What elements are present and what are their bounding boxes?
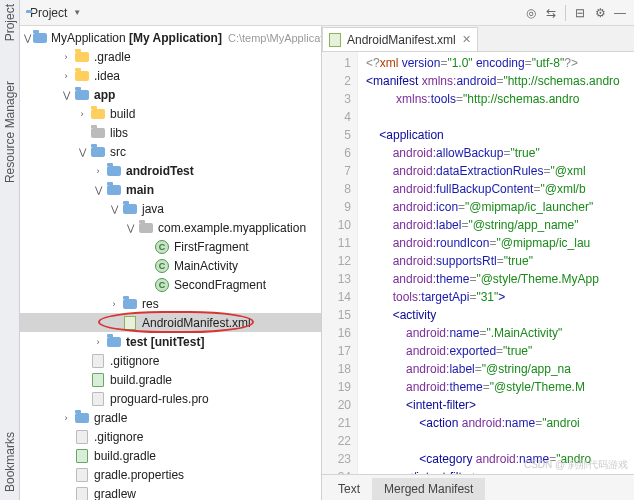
folder-icon — [74, 410, 90, 426]
project-toolbar: Project ▼ ◎ ⇆ ⊟ ⚙ — — [20, 0, 634, 26]
folder-icon — [122, 201, 138, 217]
bottom-tab-text[interactable]: Text — [326, 478, 372, 500]
chevron-icon[interactable]: ⋁ — [76, 146, 88, 158]
expand-icon[interactable]: ⇆ — [543, 5, 559, 21]
tree-node[interactable]: proguard-rules.pro — [20, 389, 321, 408]
tree-node[interactable]: ›.gradle — [20, 47, 321, 66]
tree-node[interactable]: CMainActivity — [20, 256, 321, 275]
chevron-icon[interactable]: ⋁ — [24, 32, 31, 44]
gradle-icon — [74, 448, 90, 464]
tree-node[interactable]: CFirstFragment — [20, 237, 321, 256]
editor-tabbar: AndroidManifest.xml ✕ — [322, 26, 634, 52]
tree-label: main — [126, 183, 154, 197]
code-area[interactable]: <?xml version="1.0" encoding="utf-8"?><m… — [358, 52, 634, 474]
tree-label: SecondFragment — [174, 278, 266, 292]
tree-label: app — [94, 88, 115, 102]
hide-icon[interactable]: — — [612, 5, 628, 21]
chevron-icon — [76, 127, 88, 139]
left-tool-rail: Project Resource Manager Bookmarks — [0, 0, 20, 500]
editor-body[interactable]: 1234567891011121314151617181920212223242… — [322, 52, 634, 474]
tree-node[interactable]: .gitignore — [20, 351, 321, 370]
class-icon: C — [154, 258, 170, 274]
tree-node[interactable]: ⋁main — [20, 180, 321, 199]
tree-root[interactable]: ⋁MyApplication [My Application]C:\temp\M… — [20, 28, 321, 47]
folder-icon — [138, 220, 154, 236]
tree-label: MyApplication [My Application] — [51, 31, 222, 45]
tree-node[interactable]: ›.idea — [20, 66, 321, 85]
chevron-icon — [60, 469, 72, 481]
tree-node[interactable]: .gitignore — [20, 427, 321, 446]
editor-bottom-tabs: Text Merged Manifest — [322, 474, 634, 500]
bottom-tab-merged[interactable]: Merged Manifest — [372, 478, 485, 500]
folder-icon — [90, 144, 106, 160]
folder-icon — [74, 87, 90, 103]
file-icon — [90, 391, 106, 407]
tree-label: test [unitTest] — [126, 335, 204, 349]
watermark: CSDN @ 刹那代码游戏 — [524, 458, 628, 472]
tree-node[interactable]: gradlew — [20, 484, 321, 500]
chevron-icon[interactable]: › — [60, 51, 72, 63]
tree-node[interactable]: ›build — [20, 104, 321, 123]
tree-label: androidTest — [126, 164, 194, 178]
xml-icon — [329, 33, 341, 47]
folder-icon — [106, 163, 122, 179]
tree-node[interactable]: gradle.properties — [20, 465, 321, 484]
folder-icon — [90, 125, 106, 141]
tree-node[interactable]: ›androidTest — [20, 161, 321, 180]
tree-label: src — [110, 145, 126, 159]
chevron-icon[interactable]: ⋁ — [92, 184, 104, 196]
chevron-icon[interactable]: › — [60, 412, 72, 424]
tree-node[interactable]: ⋁src — [20, 142, 321, 161]
chevron-icon[interactable]: ⋁ — [60, 89, 72, 101]
rail-bookmarks[interactable]: Bookmarks — [3, 432, 17, 492]
tree-node[interactable]: CSecondFragment — [20, 275, 321, 294]
tree-label: AndroidManifest.xml — [142, 316, 251, 330]
tree-label: build — [110, 107, 135, 121]
tree-node[interactable]: build.gradle — [20, 446, 321, 465]
chevron-icon — [140, 241, 152, 253]
split-icon[interactable]: ⊟ — [572, 5, 588, 21]
tree-path: C:\temp\MyApplication — [228, 32, 322, 44]
tree-label: gradlew — [94, 487, 136, 501]
chevron-icon[interactable]: › — [92, 336, 104, 348]
rail-resource-manager[interactable]: Resource Manager — [3, 81, 17, 183]
tree-node[interactable]: ›test [unitTest] — [20, 332, 321, 351]
tree-label: libs — [110, 126, 128, 140]
chevron-icon[interactable]: ⋁ — [108, 203, 120, 215]
chevron-icon — [76, 355, 88, 367]
tree-label: java — [142, 202, 164, 216]
chevron-icon[interactable]: ⋁ — [124, 222, 136, 234]
tree-node[interactable]: ›gradle — [20, 408, 321, 427]
folder-icon — [106, 334, 122, 350]
tree-label: .gitignore — [94, 430, 143, 444]
chevron-icon[interactable]: › — [76, 108, 88, 120]
project-tree-panel[interactable]: ⋁MyApplication [My Application]C:\temp\M… — [20, 26, 322, 500]
editor-tab-manifest[interactable]: AndroidManifest.xml ✕ — [322, 27, 478, 51]
folder-icon — [74, 68, 90, 84]
chevron-icon[interactable]: › — [108, 298, 120, 310]
tree-label: MainActivity — [174, 259, 238, 273]
tree-node[interactable]: ⋁app — [20, 85, 321, 104]
chevron-icon — [140, 260, 152, 272]
tree-node[interactable]: build.gradle — [20, 370, 321, 389]
tree-node[interactable]: ⋁com.example.myapplication — [20, 218, 321, 237]
folder-icon — [122, 296, 138, 312]
editor-panel: AndroidManifest.xml ✕ 123456789101112131… — [322, 26, 634, 500]
tree-label: .idea — [94, 69, 120, 83]
tree-node[interactable]: AndroidManifest.xml — [20, 313, 321, 332]
project-view-selector[interactable]: Project ▼ — [26, 6, 81, 20]
chevron-icon — [60, 431, 72, 443]
close-icon[interactable]: ✕ — [462, 33, 471, 46]
tree-label: build.gradle — [110, 373, 172, 387]
tree-label: proguard-rules.pro — [110, 392, 209, 406]
chevron-icon[interactable]: › — [60, 70, 72, 82]
tree-node[interactable]: ›res — [20, 294, 321, 313]
gradle-icon — [90, 372, 106, 388]
rail-project[interactable]: Project — [3, 4, 17, 41]
tree-node[interactable]: ⋁java — [20, 199, 321, 218]
tree-node[interactable]: libs — [20, 123, 321, 142]
gear-icon[interactable]: ⚙ — [592, 5, 608, 21]
target-icon[interactable]: ◎ — [523, 5, 539, 21]
tree-label: .gradle — [94, 50, 131, 64]
chevron-icon[interactable]: › — [92, 165, 104, 177]
